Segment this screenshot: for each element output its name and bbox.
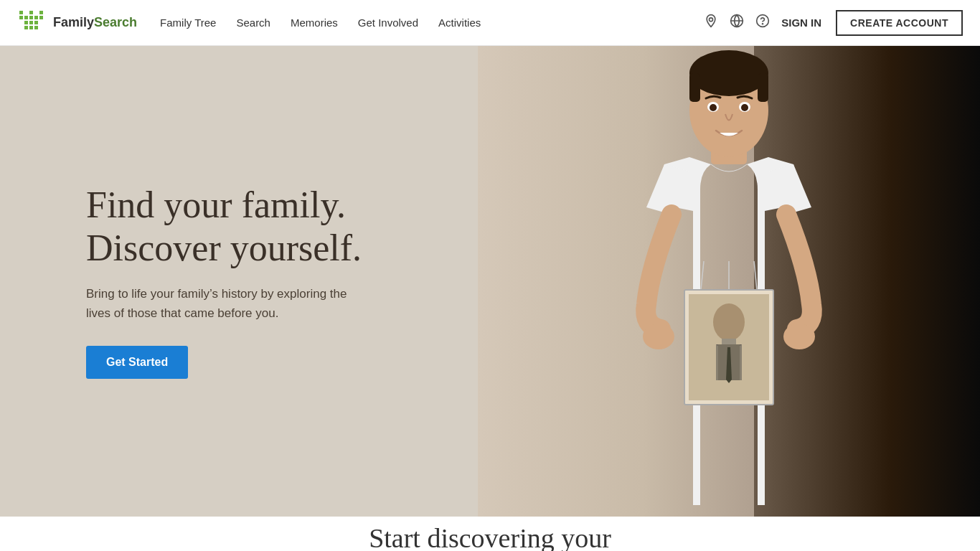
hero-section: Find your family. Discover yourself. Bri… — [0, 46, 980, 517]
nav-get-involved[interactable]: Get Involved — [358, 17, 418, 29]
svg-rect-10 — [39, 16, 43, 19]
svg-point-31 — [643, 324, 674, 349]
svg-rect-7 — [24, 16, 28, 19]
below-hero-section: Start discovering your family story — [0, 517, 980, 551]
svg-rect-36 — [722, 339, 736, 344]
hero-content: Find your family. Discover yourself. Bri… — [86, 184, 362, 379]
svg-point-35 — [713, 303, 745, 341]
logo-search: Search — [94, 15, 137, 29]
hero-bg-right — [478, 46, 980, 517]
svg-rect-22 — [689, 73, 700, 102]
svg-rect-23 — [758, 73, 768, 102]
logo-family: Family — [53, 15, 94, 29]
svg-point-27 — [741, 104, 748, 111]
create-account-button[interactable]: CREATE ACCOUNT — [836, 10, 963, 36]
hero-headline: Find your family. Discover yourself. — [86, 184, 362, 270]
get-started-button[interactable]: Get Started — [86, 346, 188, 379]
below-hero-title: Start discovering your family story — [369, 522, 611, 551]
svg-rect-0 — [24, 21, 28, 24]
svg-rect-13 — [39, 11, 43, 14]
svg-rect-5 — [34, 26, 38, 29]
help-icon[interactable] — [755, 14, 770, 32]
hero-subtext: Bring to life your family’s history by e… — [86, 284, 359, 323]
globe-icon[interactable] — [730, 14, 744, 32]
svg-point-32 — [783, 324, 815, 349]
svg-rect-3 — [24, 26, 28, 29]
svg-rect-6 — [19, 16, 23, 19]
logo-icon — [17, 8, 47, 38]
svg-rect-1 — [29, 21, 33, 24]
hero-headline-line2: Discover yourself. — [86, 227, 362, 268]
header-left: FamilySearch Family Tree Search Memories… — [17, 8, 481, 38]
location-icon[interactable] — [704, 14, 718, 32]
hero-headline-line1: Find your family. — [86, 184, 346, 225]
svg-point-14 — [710, 18, 713, 22]
svg-rect-12 — [29, 11, 33, 14]
below-title-line1: Start discovering your — [369, 523, 611, 551]
svg-rect-4 — [29, 26, 33, 29]
svg-point-21 — [689, 50, 768, 96]
hero-person-illustration — [578, 46, 880, 517]
nav-activities[interactable]: Activities — [438, 17, 481, 29]
svg-rect-11 — [19, 11, 23, 14]
logo-link[interactable]: FamilySearch — [17, 8, 137, 38]
svg-rect-2 — [34, 21, 38, 24]
nav-memories[interactable]: Memories — [291, 17, 338, 29]
header: FamilySearch Family Tree Search Memories… — [0, 0, 980, 46]
sign-in-link[interactable]: SIGN IN — [781, 17, 821, 29]
logo-text: FamilySearch — [53, 15, 137, 30]
svg-rect-9 — [34, 16, 38, 19]
nav-family-tree[interactable]: Family Tree — [160, 17, 216, 29]
svg-rect-8 — [29, 16, 33, 19]
header-right: SIGN IN CREATE ACCOUNT — [704, 10, 963, 36]
main-nav: Family Tree Search Memories Get Involved… — [160, 17, 481, 29]
svg-point-26 — [710, 104, 717, 111]
nav-search[interactable]: Search — [236, 17, 270, 29]
